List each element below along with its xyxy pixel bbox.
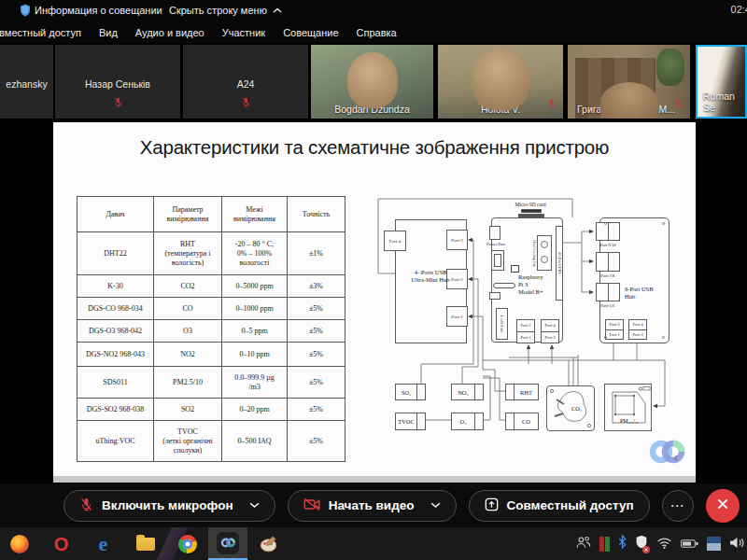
opera-icon[interactable]: O [51, 534, 71, 553]
shared-content-stage: Характеристики та схематичне зображення … [0, 119, 747, 483]
hub9-ports-21: Port-2 Port-1 [605, 319, 624, 340]
start-video-button[interactable]: Начать видео [288, 490, 457, 522]
table-cell: NO2 [154, 343, 222, 367]
table-cell: SO2 [154, 399, 222, 421]
participant-tile-active-speaker[interactable]: Roman Se [696, 45, 747, 119]
pi-av-jack [489, 292, 500, 300]
participant-name: Назар Сеньків [55, 78, 180, 90]
sensor-label: CO₂ [571, 405, 582, 413]
power-port-label: Power Port [481, 242, 511, 246]
camera-off-icon [303, 497, 320, 514]
sensor-label: PM₂.₅/₁₀ [620, 418, 639, 425]
table-cell: DGS-NO2 968-043 [78, 343, 154, 367]
slide-title: Характеристики та схематичне зображення … [53, 136, 696, 159]
participant-tile-video[interactable]: Holota V. [438, 45, 563, 119]
sensor-label: NO₂ [452, 385, 474, 399]
hub4-port4: Port-4 [384, 231, 406, 251]
menu-item-share[interactable]: овместный доступ [0, 27, 81, 38]
sensor-pm: PM₂.₅/₁₀ [604, 384, 652, 431]
mic-muted-icon [55, 95, 180, 112]
participant-name: Holota V. [438, 104, 563, 115]
chrome-icon[interactable] [177, 534, 197, 553]
battery-icon[interactable] [681, 536, 698, 553]
micro-sd-label: Micro-SD card [509, 202, 552, 208]
webex-logo [646, 438, 687, 469]
menu-item-help[interactable]: Справка [357, 27, 397, 38]
hub4-port1: Port-1 [446, 306, 468, 327]
sensor-label: TVOC [396, 413, 416, 429]
share-button[interactable]: Совместный доступ [469, 490, 650, 522]
hub4-label: 4- Ports USB Ultra-Mini Hub [400, 269, 461, 284]
hub9-port2: Port-2 [606, 320, 623, 329]
table-cell: ±5% [288, 298, 345, 320]
screw [604, 336, 607, 339]
table-cell: 0–5 ppm [222, 320, 288, 343]
shield-icon [20, 4, 31, 21]
paint-icon[interactable] [259, 534, 278, 553]
participant-tile[interactable]: ezhansky [0, 45, 53, 119]
pi-usb-ports-43: Port-4 Port-3 [541, 319, 559, 343]
participant-tile-video[interactable]: Bogdan Dzundza [311, 45, 433, 119]
table-header: Межі вимірювання [222, 197, 288, 232]
screw [662, 222, 665, 225]
sensor-tvoc: TVOC [395, 413, 426, 430]
table-cell: -20 – 80 ° C; 0% – 100% вологості [222, 232, 288, 275]
file-explorer-icon[interactable] [135, 534, 155, 553]
wifi-icon[interactable] [656, 536, 672, 553]
table-header: Параметр вимірювання [154, 197, 222, 232]
title-bar: Информация о совещании Скрыть строку мен… [0, 0, 747, 21]
people-icon[interactable] [575, 536, 591, 553]
table-cell: ±1% [288, 232, 345, 275]
sensor-no2: NO₂ [451, 384, 484, 400]
micro-sd-card [521, 209, 542, 213]
audio-options-chevron[interactable] [249, 502, 260, 509]
slide-bottom-strip [53, 476, 696, 483]
firefox-icon[interactable] [9, 534, 29, 553]
participant-strip: ezhansky Назар Сеньків A24 Bogdan Dzundz… [0, 43, 747, 119]
table-cell: 0–20 ppm [222, 399, 288, 421]
table-cell: 0–1000 ppm [222, 298, 288, 320]
clock: 02:4 [731, 4, 747, 15]
menu-item-view[interactable]: Вид [99, 27, 118, 38]
hub9-ports-78-div [608, 252, 609, 272]
menu-item-meeting[interactable]: Совещание [283, 27, 338, 38]
participant-tile-video[interactable]: Грига Володимир М... [568, 45, 690, 119]
sensor-o3: O₃ [451, 413, 484, 430]
participant-tile[interactable]: A24 [183, 45, 308, 119]
participant-name: Bogdan Dzundza [311, 104, 433, 115]
raspberry-pi-label: Raspberry Pi 3 Model B+ [518, 273, 561, 295]
table-cell: PM2.5/10 [154, 367, 222, 399]
leave-meeting-button[interactable] [706, 489, 740, 523]
table-cell: CO2 [154, 275, 222, 298]
sensor-so2: SO₂ [395, 384, 426, 400]
participant-tile[interactable]: Назар Сеньків [55, 45, 180, 119]
share-label: Совместный доступ [507, 498, 634, 512]
edge-icon[interactable]: e [93, 534, 113, 553]
unmute-button[interactable]: Включить микрофон [63, 490, 275, 522]
video-options-chevron[interactable] [430, 502, 441, 509]
table-cell: K-30 [78, 275, 154, 298]
more-options-button[interactable]: ⋯ [662, 490, 694, 522]
table-cell: DHT22 [78, 232, 154, 275]
bluetooth-icon[interactable] [618, 535, 627, 553]
close-icon [716, 497, 729, 514]
menu-item-participant[interactable]: Участник [222, 27, 265, 38]
table-cell: ±5% [288, 343, 345, 367]
defender-icon[interactable] [635, 535, 648, 553]
sensor-spec-table: Давач Параметр вимірювання Межі вимірюва… [77, 196, 345, 462]
pi-usb-connector-inner [494, 254, 501, 267]
hub9-port1: Port-1 [606, 329, 623, 340]
fan-label: Dual Cooling Fan [531, 235, 537, 271]
window-app-icon[interactable] [707, 537, 721, 551]
table-cell: 0–5000 ppm [222, 275, 288, 298]
volume-icon[interactable] [729, 536, 745, 553]
webex-icon [217, 532, 239, 554]
pi-port1: Port-1 [517, 331, 534, 343]
participant-name: Грига Володимир М... [568, 104, 690, 115]
webex-taskbar-button-active[interactable] [208, 527, 247, 560]
app-indicator-icon[interactable] [599, 537, 611, 552]
unmute-label: Включить микрофон [102, 498, 233, 512]
hide-menu-button[interactable]: Скрыть строку меню [169, 5, 282, 16]
menu-item-audio-video[interactable]: Аудио и видео [135, 27, 204, 38]
meeting-info-button[interactable]: Информация о совещании [35, 5, 162, 16]
